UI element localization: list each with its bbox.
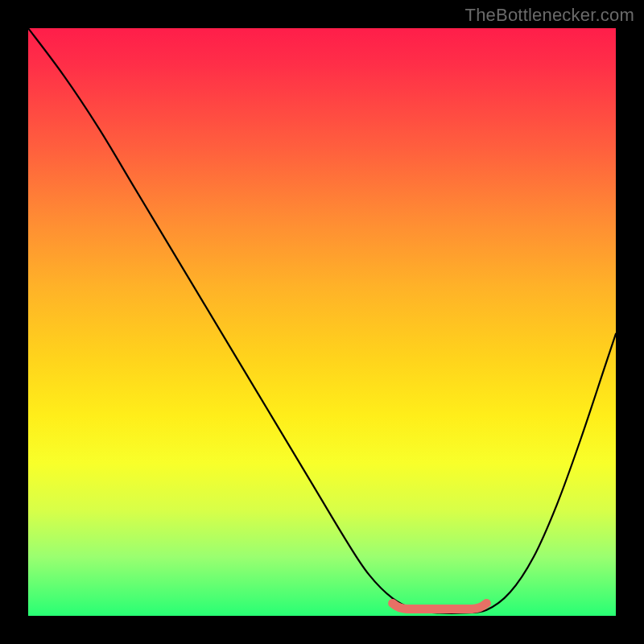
curve-layer: [28, 28, 616, 616]
plot-area: [28, 28, 616, 616]
watermark-text: TheBottlenecker.com: [465, 5, 634, 26]
chart-frame: TheBottlenecker.com: [0, 0, 644, 644]
bottleneck-curve: [28, 28, 616, 613]
optimal-region-marker: [393, 603, 487, 609]
